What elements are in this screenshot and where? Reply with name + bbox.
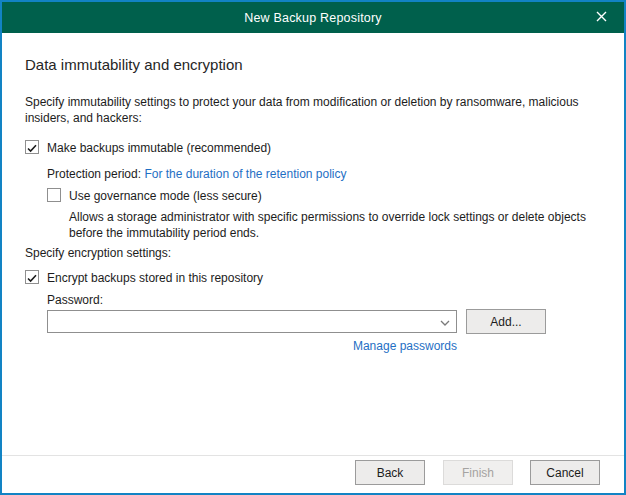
manage-passwords-line: Manage passwords (47, 339, 457, 353)
password-combobox[interactable] (47, 310, 457, 333)
governance-mode-checkbox[interactable] (47, 188, 61, 202)
add-password-button[interactable]: Add... (466, 309, 546, 334)
governance-description: Allows a storage administrator with spec… (69, 209, 609, 241)
protection-period-label: Protection period: (47, 167, 141, 181)
make-backups-immutable-row: Make backups immutable (recommended) (25, 140, 271, 155)
encrypt-backups-label[interactable]: Encrypt backups stored in this repositor… (47, 270, 263, 285)
window-title: New Backup Repository (244, 11, 382, 25)
encrypt-backups-checkbox[interactable] (25, 270, 39, 284)
encrypt-backups-row: Encrypt backups stored in this repositor… (25, 270, 263, 285)
make-backups-immutable-checkbox[interactable] (25, 140, 39, 154)
governance-mode-label[interactable]: Use governance mode (less secure) (69, 188, 262, 203)
back-button[interactable]: Back (355, 460, 425, 485)
protection-period-link[interactable]: For the duration of the retention policy (144, 167, 346, 181)
make-backups-immutable-label[interactable]: Make backups immutable (recommended) (47, 140, 271, 155)
checkmark-icon (27, 139, 37, 157)
footer-separator (2, 455, 624, 456)
new-backup-repository-dialog: New Backup Repository Data immutability … (0, 0, 626, 495)
manage-passwords-link[interactable]: Manage passwords (353, 339, 457, 353)
close-button[interactable] (584, 2, 618, 33)
encryption-settings-label: Specify encryption settings: (25, 246, 171, 260)
finish-button: Finish (443, 460, 513, 485)
password-dropdown-button[interactable] (434, 311, 456, 332)
page-title: Data immutability and encryption (25, 56, 243, 73)
password-label: Password: (47, 293, 103, 307)
password-input[interactable] (48, 311, 434, 332)
intro-text: Specify immutability settings to protect… (25, 94, 603, 126)
checkmark-icon (27, 269, 37, 287)
governance-mode-row: Use governance mode (less secure) (47, 188, 262, 203)
cancel-button[interactable]: Cancel (530, 460, 600, 485)
protection-period-line: Protection period: For the duration of t… (47, 167, 347, 181)
chevron-down-icon (440, 314, 450, 329)
titlebar: New Backup Repository (2, 2, 624, 33)
close-icon (596, 10, 607, 25)
